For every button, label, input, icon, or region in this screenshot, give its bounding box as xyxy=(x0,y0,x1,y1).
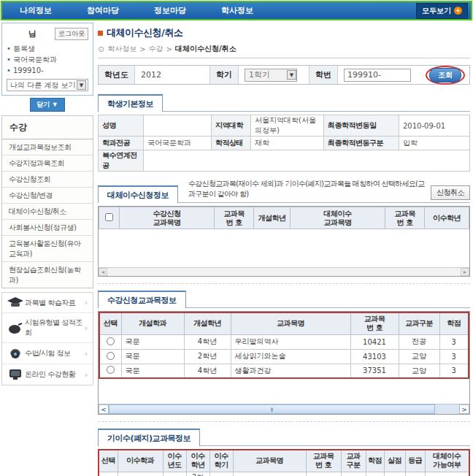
campus-label: 지역대학 xyxy=(212,115,251,137)
nav-item-participation[interactable]: 참여마당 xyxy=(69,5,136,16)
main-content: 대체이수신청/취소 ⊙ 학사정보 > 수강 > 대체이수신청/취소 학년도 20… xyxy=(93,23,473,476)
user-info-box: 님 로그아웃 •등록생 •국어국문학과 •199910- 나의 다른 계정 보기… xyxy=(1,23,93,96)
sidebar-menu-item[interactable]: 사회봉사신청(정규생) xyxy=(2,220,93,236)
change-date-value: 2010-09-01 xyxy=(399,115,470,137)
nav-item-information[interactable]: 정보마당 xyxy=(136,5,204,16)
sidebar-menu-item[interactable]: 수강신청/변경 xyxy=(2,188,93,204)
sidebar-menu-item[interactable]: 수강신청조회 xyxy=(2,172,93,188)
student-number-input[interactable] xyxy=(344,69,411,82)
chevron-right-icon: › xyxy=(85,371,89,379)
change-date-label: 최종학적변동일 xyxy=(324,115,399,137)
column-header: 이수학년 xyxy=(425,207,469,229)
course-menu-list: 개설교과목정보조회수강지정과목조회수강신청조회수강신청/변경대체이수신청/취소사… xyxy=(2,139,93,288)
table-cell: 교양 xyxy=(399,364,439,378)
column-header: 교과목 번 호 xyxy=(350,312,399,334)
graduation-cap-icon xyxy=(6,297,25,308)
completed-courses-table: 선택이수학과이수 년도이수 학년이수 학기교과목명교과목 번 호교과 구분학점실… xyxy=(98,449,470,476)
substitute-note: 수강신청교과목(재이수 제외)과 기이수(폐지)교과목을 매칭하여 선택하세요(… xyxy=(178,179,431,202)
sidebar-menu-item[interactable]: 대체이수신청/취소 xyxy=(2,204,93,220)
logout-button[interactable]: 로그아웃 xyxy=(55,28,88,40)
campus-value: 서울지역대학(서울의정부) xyxy=(251,115,324,137)
column-header: 교과목 번 호 xyxy=(306,450,341,472)
table-cell: 37351 xyxy=(350,364,399,378)
horizontal-scrollbar[interactable]: < ▮ > xyxy=(99,404,469,414)
table-cell: 전공 xyxy=(341,472,366,476)
sidebar-menu-item[interactable]: 교육봉사활동신청(유아교육과) xyxy=(2,236,93,262)
mouse-icon xyxy=(6,323,25,334)
select-cell[interactable] xyxy=(99,334,121,349)
select-cell[interactable] xyxy=(99,364,121,378)
tab-registered-courses[interactable]: 수강신청교과목정보 xyxy=(98,291,186,308)
tab-completed-courses[interactable]: 기이수(폐지)교과목정보 xyxy=(98,429,200,446)
quick-link-online-status[interactable]: 온라인 수강현황 › xyxy=(2,364,93,385)
user-detail-department: •국어국문학과 xyxy=(7,54,88,65)
breadcrumb-mid[interactable]: 수강 xyxy=(149,44,164,54)
substitute-table: 수강신청 교과목명 교과목 번 호 개설학년 대체이수 교과목명 교과목 번 호… xyxy=(99,207,469,229)
substitute-panel: 수강신청 교과목명 교과목 번 호 개설학년 대체이수 교과목명 교과목 번 호… xyxy=(98,206,470,277)
quick-link-materials[interactable]: 과목별 학습자료 › xyxy=(2,293,93,313)
nav-item-my-info[interactable]: 나의정보 xyxy=(2,5,69,16)
change-type-label: 최종학적변동구분 xyxy=(324,137,399,150)
user-name-suffix: 님 xyxy=(7,28,36,39)
view-all-button[interactable]: 모두보기 + xyxy=(416,3,468,19)
column-header: 이수 년도 xyxy=(163,450,186,472)
status-label: 학적상태 xyxy=(212,137,251,150)
table-cell: 10251 xyxy=(306,472,341,476)
table-row: 국문4학년우리말의역사10421전공3 xyxy=(99,334,469,349)
select-cell[interactable] xyxy=(99,472,118,476)
row-select-radio[interactable] xyxy=(107,352,115,360)
dropdown-arrow-icon: ▼ xyxy=(77,80,86,90)
row-select-radio[interactable] xyxy=(107,366,115,374)
dual-major-label: 복수연계전공 xyxy=(99,150,144,172)
scroll-right-arrow-icon[interactable]: ▸ xyxy=(461,268,469,276)
dropdown-arrow-icon: ▼ xyxy=(287,70,296,80)
table-cell: 세상읽기와논술 xyxy=(231,349,350,364)
scroll-right-arrow-icon[interactable]: > xyxy=(459,404,469,414)
breadcrumb-root[interactable]: 학사정보 xyxy=(107,44,136,54)
year-value: 2012 xyxy=(135,66,209,84)
column-header: 개설학년 xyxy=(254,207,291,229)
column-header: 교과목명 xyxy=(233,450,306,472)
column-header: 선택 xyxy=(99,450,118,472)
quick-links-box: 과목별 학습자료 › 시험유형별 성적조회 › 수업/시험 정보 › xyxy=(1,292,93,385)
table-cell: 교양 xyxy=(399,349,439,364)
other-account-select[interactable]: 나의 다른 계정 보기 ▼ xyxy=(7,79,88,91)
tab-substitute-application[interactable]: 대체이수신청정보 xyxy=(98,185,178,203)
cancel-application-button[interactable]: 신청취소 xyxy=(431,185,470,200)
quick-link-class-exam-info[interactable]: 수업/시험 정보 › xyxy=(2,343,93,364)
row-select-radio[interactable] xyxy=(107,337,115,345)
table-row: 국문20042학년2언어예절10251전공360D-가능 xyxy=(99,472,469,476)
menu-title: 수강 xyxy=(2,116,93,139)
select-cell[interactable] xyxy=(99,349,121,364)
chevron-right-icon: › xyxy=(85,324,89,332)
name-value xyxy=(144,115,212,137)
tab-student-basic-info[interactable]: 학생기본정보 xyxy=(98,94,163,112)
breadcrumb-separator: > xyxy=(166,45,172,53)
semester-select[interactable]: 1학기 ▼ xyxy=(245,69,297,82)
nav-item-academics[interactable]: 학사정보 xyxy=(204,5,271,16)
section-divider xyxy=(98,283,470,284)
sidebar-menu-item[interactable]: 수강지정과목조회 xyxy=(2,156,93,172)
top-navbar: 나의정보 참여마당 정보마당 학사정보 모두보기 + xyxy=(1,1,472,20)
sidebar-close-button[interactable]: 닫기 ▼ xyxy=(30,98,64,112)
quick-link-grades[interactable]: 시험유형별 성적조회 › xyxy=(2,313,93,343)
sidebar-menu-item[interactable]: 현장실습조회신청(농학과) xyxy=(2,262,93,288)
search-button[interactable]: 조회 xyxy=(429,68,461,82)
scrollbar-thumb[interactable]: ▮ xyxy=(109,404,435,414)
sidebar-menu-item[interactable]: 개설교과목정보조회 xyxy=(2,139,93,156)
scroll-left-arrow-icon[interactable]: ◂ xyxy=(99,268,107,276)
view-all-plus-icon: + xyxy=(454,7,462,15)
scroll-left-arrow-icon[interactable]: < xyxy=(99,404,109,414)
select-all-header xyxy=(99,207,120,229)
select-all-checkbox[interactable] xyxy=(105,213,113,221)
column-header: 대체이수 가능여부 xyxy=(425,450,469,472)
section-divider xyxy=(98,421,470,422)
table-cell: 2학년 xyxy=(186,472,209,476)
change-type-value: 입학 xyxy=(399,137,470,150)
column-header: 이수학과 xyxy=(118,450,163,472)
horizontal-scrollbar[interactable]: ◂ ▸ xyxy=(99,267,469,276)
title-bullet-icon xyxy=(98,31,103,36)
chevron-right-icon: › xyxy=(85,350,89,358)
table-cell: 4학년 xyxy=(184,334,231,349)
page-title: 대체이수신청/취소 xyxy=(107,26,182,39)
